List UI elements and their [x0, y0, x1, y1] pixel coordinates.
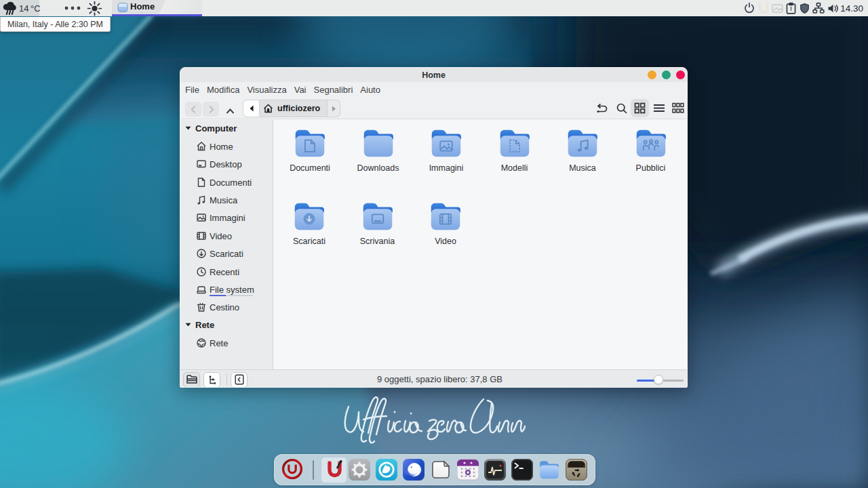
svg-text:!: !: [790, 5, 792, 12]
